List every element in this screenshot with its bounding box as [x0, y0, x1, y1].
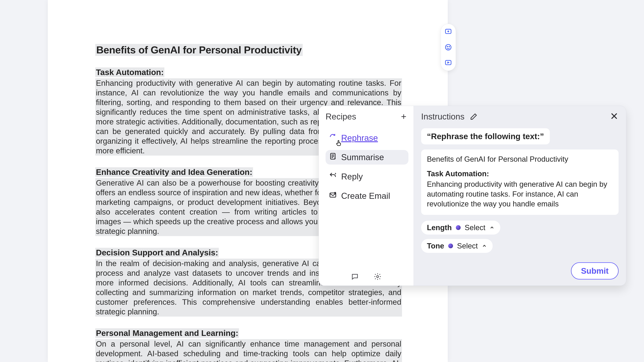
section-heading: Personal Management and Learning:	[95, 328, 239, 338]
doc-section: Personal Management and Learning: On a p…	[95, 328, 402, 362]
section-heading: Task Automation:	[95, 68, 164, 77]
document-title: Benefits of GenAI for Personal Productiv…	[95, 44, 303, 56]
svg-point-4	[447, 46, 448, 47]
preview-subheading: Task Automation:	[427, 169, 613, 179]
chevron-up-icon	[490, 223, 494, 232]
add-recipe-button[interactable]	[399, 112, 408, 121]
ai-dot-icon	[456, 225, 461, 230]
recipe-label: Create Email	[341, 191, 390, 201]
recipe-reply[interactable]: Reply	[326, 169, 408, 184]
length-select[interactable]: Length Select	[421, 221, 500, 234]
param-value: Select	[457, 242, 478, 250]
svg-point-5	[449, 46, 450, 47]
recipe-create-email[interactable]: Create Email	[326, 189, 408, 203]
section-body: On a personal level, AI can significantl…	[95, 339, 402, 362]
param-value: Select	[465, 223, 485, 232]
recipe-rephrase[interactable]: Rephrase	[326, 131, 408, 145]
recipe-label: Summarise	[341, 152, 384, 162]
prompt-text: “Rephrase the following text:”	[421, 128, 550, 144]
tone-select[interactable]: Tone Select	[421, 239, 493, 253]
recipe-label: Reply	[341, 172, 363, 182]
ai-assistant-popup: Recipes Rephrase Summarise	[318, 106, 626, 286]
recipes-title: Recipes	[326, 112, 356, 122]
recipe-summarise[interactable]: Summarise	[326, 150, 408, 164]
rephrase-icon	[329, 133, 337, 143]
instructions-header: Instructions	[421, 112, 618, 122]
preview-body: Enhancing productivity with generative A…	[427, 179, 613, 209]
chat-button[interactable]	[350, 272, 360, 281]
suggest-edit-button[interactable]	[444, 58, 453, 68]
reply-icon	[329, 172, 337, 182]
chevron-up-icon	[482, 242, 487, 250]
recipes-panel: Recipes Rephrase Summarise	[319, 106, 414, 286]
svg-point-3	[446, 44, 451, 50]
recipes-header: Recipes	[326, 112, 408, 122]
param-label: Length	[427, 223, 452, 232]
submit-button[interactable]: Submit	[571, 262, 618, 280]
edit-instructions-button[interactable]	[470, 112, 478, 121]
param-label: Tone	[427, 242, 444, 250]
instructions-panel: Instructions “Rephrase the following tex…	[414, 106, 626, 286]
section-heading: Enhance Creativity and Idea Generation:	[95, 167, 253, 177]
email-icon	[329, 191, 337, 201]
recipes-footer	[319, 272, 414, 281]
summarise-icon	[329, 152, 337, 162]
settings-button[interactable]	[373, 272, 382, 281]
preview-title: Benefits of GenAI for Personal Productiv…	[427, 154, 613, 164]
close-button[interactable]	[610, 112, 618, 120]
recipe-list: Rephrase Summarise Reply	[326, 131, 408, 203]
recipe-label: Rephrase	[341, 133, 378, 143]
svg-point-15	[376, 276, 378, 278]
ai-dot-icon	[448, 244, 453, 248]
section-heading: Decision Support and Analysis:	[95, 248, 219, 258]
instructions-title: Instructions	[421, 112, 464, 122]
quick-action-toolbar	[441, 24, 456, 71]
add-comment-button[interactable]	[444, 27, 453, 36]
emoji-button[interactable]	[444, 42, 453, 52]
selected-text-preview: Benefits of GenAI for Personal Productiv…	[421, 150, 618, 215]
